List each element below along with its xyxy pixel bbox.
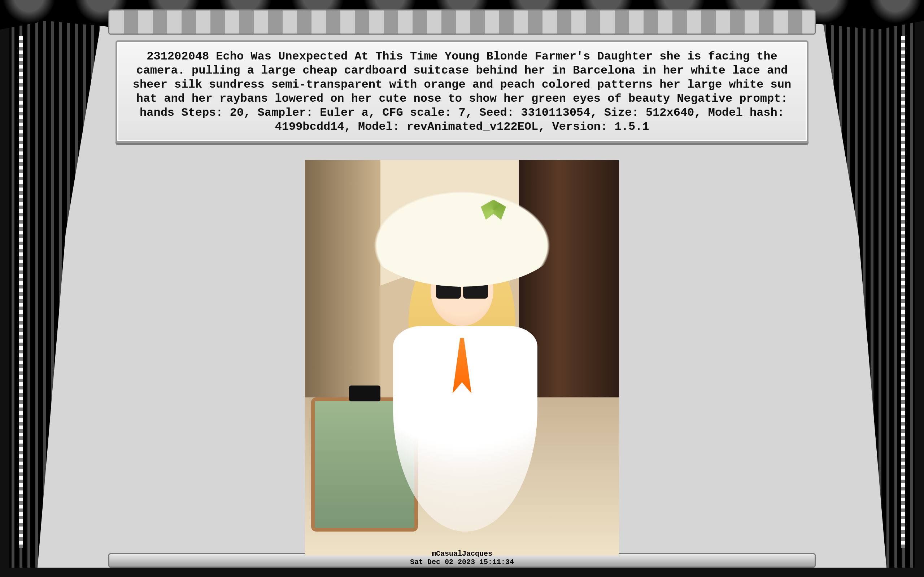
caption-author: mCasualJacques	[0, 550, 924, 558]
caption-block: mCasualJacques Sat Dec 02 2023 15:11:34	[0, 550, 924, 566]
caption-timestamp: Sat Dec 02 2023 15:11:34	[0, 558, 924, 566]
bead-strip-left	[19, 36, 23, 548]
prompt-panel: 231202048 Echo Was Unexpected At This Ti…	[115, 40, 809, 143]
bead-strip-right	[901, 36, 905, 548]
ornament-bar-top	[108, 10, 816, 35]
generated-image	[305, 160, 619, 555]
theater-frame: 231202048 Echo Was Unexpected At This Ti…	[0, 0, 924, 577]
sunhat-icon	[362, 184, 563, 287]
artwork-stage	[305, 160, 619, 555]
prompt-text: 231202048 Echo Was Unexpected At This Ti…	[132, 49, 792, 134]
